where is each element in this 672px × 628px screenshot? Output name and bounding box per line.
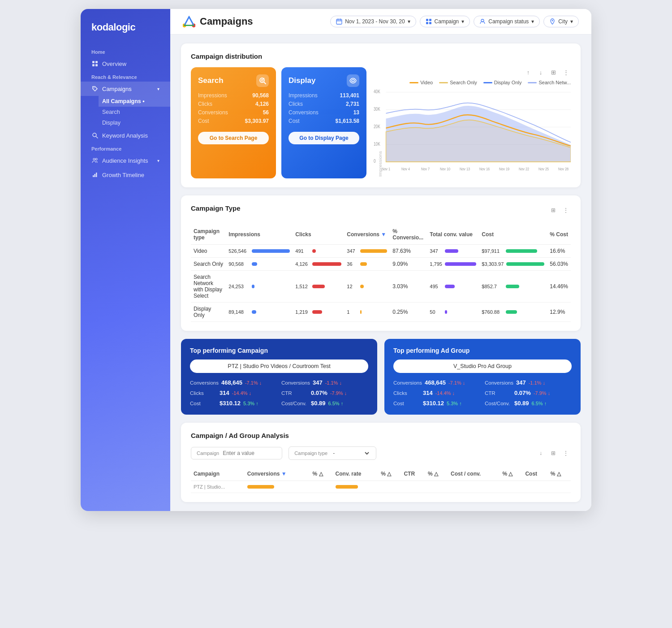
cell-pct-cost: 12.9% xyxy=(547,303,571,322)
cell-pct-cost: 14.46% xyxy=(547,271,571,303)
analysis-title: Campaign / Ad Group Analysis xyxy=(191,432,571,439)
metric-ctr-delta: -7.9% ↓ xyxy=(330,390,347,396)
main-content: Campaigns Nov 1, 2023 - Nov 30, 20 ▾ xyxy=(170,9,591,511)
chart-up-btn[interactable]: ↑ xyxy=(523,67,533,77)
top-campaign-title: Top performing Campaign xyxy=(190,347,368,354)
svg-point-28 xyxy=(552,20,553,22)
metric-clicks: Clicks 314 -14.4% ↓ xyxy=(190,390,277,396)
metric-cost-conv-label: Cost/Conv. xyxy=(281,401,308,406)
table-more-btn[interactable]: ⋮ xyxy=(561,205,571,215)
campaigns-submenu: All Campaigns • Search Display xyxy=(81,96,170,128)
sidebar-item-display-label: Display xyxy=(102,120,121,126)
sidebar-item-campaigns[interactable]: Campaigns ▾ xyxy=(81,82,170,96)
metric-clicks-label: Clicks xyxy=(190,390,217,396)
legend-video-dot xyxy=(409,82,418,83)
metric-clicks-delta: -14.4% ↓ xyxy=(232,390,251,396)
metric-conversions-1: Conversions 468,645 -7.1% ↓ xyxy=(190,379,277,386)
metric-conv2-delta: -1.1% ↓ xyxy=(325,380,342,385)
table-grid-btn[interactable]: ⊞ xyxy=(548,205,558,215)
city-filter[interactable]: City ▾ xyxy=(543,16,579,27)
search-clicks-row: Clicks 4,126 xyxy=(198,101,269,107)
svg-text:Nov 1: Nov 1 xyxy=(382,166,390,171)
analysis-col-pct1: % △ xyxy=(310,467,333,481)
cell-total-conv-value: 347 xyxy=(427,245,479,258)
svg-text:Nov 22: Nov 22 xyxy=(519,166,529,171)
analysis-grid-btn[interactable]: ⊞ xyxy=(548,448,558,458)
svg-rect-26 xyxy=(429,22,431,24)
search-dist-card: Search xyxy=(191,67,276,178)
svg-rect-9 xyxy=(93,175,94,177)
campaign-type-filter[interactable]: Campaign type - Video Search Only Displa… xyxy=(289,446,376,460)
adgroup-metric-clicks: Clicks 314 -14.4% ↓ xyxy=(393,390,480,396)
analysis-more-btn[interactable]: ⋮ xyxy=(561,448,571,458)
chart-svg: 40K 30K 20K 10K 0 Impressions xyxy=(374,87,571,177)
cell-impressions: 24,253 xyxy=(226,271,293,303)
analysis-down-btn[interactable]: ↓ xyxy=(536,448,546,458)
display-conversions-row: Conversions 13 xyxy=(289,109,359,116)
cell-conversions: 12 xyxy=(344,271,390,303)
campaign-filter[interactable]: Campaign ▾ xyxy=(420,16,470,27)
analysis-col-ctr: CTR xyxy=(401,467,425,481)
sidebar-item-audience-insights[interactable]: Audience Insights ▾ xyxy=(81,153,170,168)
search-icon xyxy=(91,132,99,139)
search-cost-label: Cost xyxy=(198,118,209,124)
svg-text:Nov 28: Nov 28 xyxy=(558,166,569,171)
sidebar-item-all-campaigns[interactable]: All Campaigns • xyxy=(99,96,170,107)
page-header: Campaigns Nov 1, 2023 - Nov 30, 20 ▾ xyxy=(170,9,591,35)
table-row: Video 526,546 491 347 xyxy=(191,245,571,258)
chart-grid-btn[interactable]: ⊞ xyxy=(548,67,558,77)
sidebar-item-search[interactable]: Search xyxy=(99,107,170,117)
svg-line-16 xyxy=(185,17,190,26)
metric-clicks-value: 314 xyxy=(220,390,229,396)
analysis-col-cost: Cost xyxy=(522,467,547,481)
adgroup-metric-cost-conv: Cost/Conv. $0.89 6.5% ↑ xyxy=(485,400,572,407)
svg-line-6 xyxy=(96,137,98,139)
sidebar-section-performance: Performance xyxy=(81,143,170,153)
go-to-search-page-button[interactable]: Go to Search Page xyxy=(198,132,269,144)
cell-pct-conversion: 87.63% xyxy=(390,245,427,258)
header-filters: Nov 1, 2023 - Nov 30, 20 ▾ Campaign ▾ xyxy=(330,16,579,27)
cell-conversions: 347 xyxy=(344,245,390,258)
sidebar-item-overview[interactable]: Overview xyxy=(81,56,170,71)
analysis-header-row: Campaign Conversions ▼ % △ Conv. rate % … xyxy=(191,467,571,481)
adgroup-clicks-delta: -14.4% ↓ xyxy=(435,390,455,396)
page-title: Campaigns xyxy=(200,16,253,27)
svg-text:Nov 19: Nov 19 xyxy=(499,166,509,171)
metric-ctr-value: 0.07% xyxy=(311,390,327,396)
sidebar-item-audience-label: Audience Insights xyxy=(102,157,148,164)
top-performing-row: Top performing Campaign PTZ | Studio Pro… xyxy=(181,339,581,415)
campaign-status-filter[interactable]: Campaign status ▾ xyxy=(474,16,540,27)
go-to-display-page-button[interactable]: Go to Display Page xyxy=(289,132,359,144)
date-filter[interactable]: Nov 1, 2023 - Nov 30, 20 ▾ xyxy=(330,16,416,27)
metric-cost-value: $310.12 xyxy=(220,400,241,407)
analysis-row-cost xyxy=(522,481,547,493)
sidebar-item-keyword-analysis[interactable]: Keyword Analysis xyxy=(81,128,170,143)
metric-cost-delta: 5.3% ↑ xyxy=(243,401,258,406)
legend-search-only-label: Search Only xyxy=(450,80,477,85)
campaign-filter-text-input[interactable] xyxy=(223,450,276,456)
table-header-row: Campaign type Impressions Clicks Convers… xyxy=(191,225,571,245)
campaign-type-select[interactable]: - Video Search Only Display Only xyxy=(331,450,370,457)
svg-rect-10 xyxy=(95,174,96,177)
analysis-col-campaign: Campaign xyxy=(191,467,245,481)
metric-conv1-delta: -7.1% ↓ xyxy=(245,380,262,385)
svg-rect-0 xyxy=(92,61,95,63)
cell-conversions: 1 xyxy=(344,303,390,322)
sidebar-item-growth-timeline[interactable]: Growth Timeline xyxy=(81,168,170,182)
tag-icon xyxy=(91,85,99,92)
campaign-filter-input[interactable]: Campaign xyxy=(191,447,282,459)
sidebar-item-display[interactable]: Display xyxy=(99,117,170,128)
chart-down-btn[interactable]: ↓ xyxy=(536,67,546,77)
adgroup-ctr-delta: -7.9% ↓ xyxy=(534,390,550,396)
top-adgroup-name: V_Studio Pro Ad Group xyxy=(393,359,572,373)
svg-text:20K: 20K xyxy=(374,124,380,129)
top-campaign-metrics-row-1: Conversions 468,645 -7.1% ↓ Conversions … xyxy=(190,379,368,386)
adgroup-conv1-delta: -7.1% ↓ xyxy=(448,380,465,385)
analysis-filters: Campaign Campaign type - Video Search On… xyxy=(191,446,571,460)
table-row: Display Only 89,148 1,219 1 xyxy=(191,303,571,322)
analysis-row-ctr xyxy=(401,481,425,493)
svg-rect-19 xyxy=(336,19,342,24)
svg-text:Nov 25: Nov 25 xyxy=(538,166,549,171)
chart-more-btn[interactable]: ⋮ xyxy=(561,67,571,77)
sidebar-section-home: Home xyxy=(81,46,170,56)
